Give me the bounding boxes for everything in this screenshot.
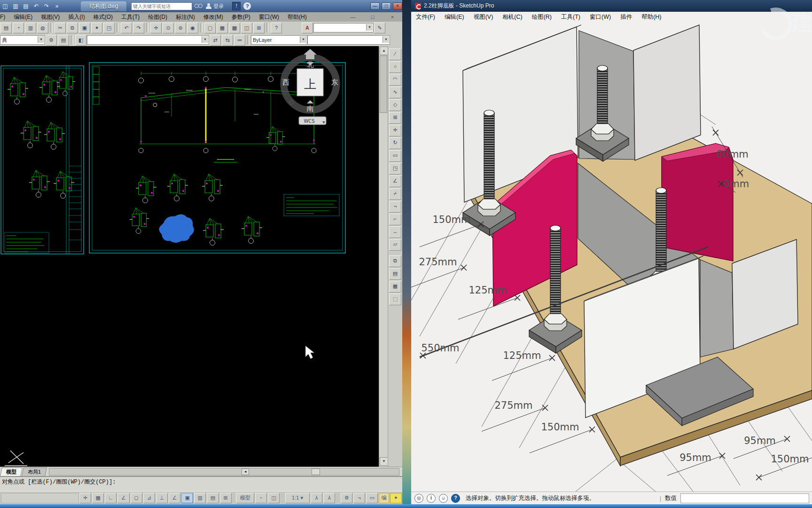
tb-zoom-previous-icon[interactable]: ◉ (187, 23, 198, 33)
lock-ui-icon[interactable]: ¬ (353, 493, 365, 503)
ducs-toggle[interactable]: ⊥ (156, 493, 168, 503)
help-icon[interactable]: ? (243, 2, 251, 10)
compass-south[interactable]: 南 (307, 104, 314, 113)
menu-view[interactable]: 视图(V) (37, 13, 64, 21)
su-menu-plugins[interactable]: 插件 (616, 13, 637, 21)
tb-blockeditor-icon[interactable]: ◳ (103, 23, 115, 33)
rt-chamfer-icon[interactable]: ¬ (389, 201, 401, 213)
tb-publish-icon[interactable]: ▥ (25, 23, 36, 33)
geolocation-icon[interactable]: ◎ (414, 494, 423, 503)
qat-overflow-icon[interactable]: » (52, 2, 62, 10)
workspace-dropdown[interactable]: 典▾ (0, 35, 45, 45)
window-minimize-button[interactable]: — (370, 2, 380, 10)
window-close-button[interactable]: × (393, 2, 402, 10)
tb-paste-icon[interactable]: ▣ (79, 23, 90, 33)
tb-annotation-icon[interactable]: A (302, 23, 313, 33)
quickview-layouts-icon[interactable]: ▫ (255, 493, 267, 503)
tb-layer-isolate-icon[interactable]: ≔ (234, 35, 245, 46)
su-menu-draw[interactable]: 绘图(R) (527, 13, 556, 21)
compass-east[interactable]: 东 (331, 78, 338, 87)
doc-minimize-button[interactable]: — (344, 12, 362, 22)
su-menu-help[interactable]: 帮助(H) (637, 13, 666, 21)
annotation-style-dropdown[interactable]: ▾ (313, 23, 374, 32)
rt-fillet-icon[interactable]: ⌐ (389, 214, 401, 225)
quickview-drawings-icon[interactable]: ◫ (268, 493, 280, 503)
scroll-up-icon[interactable]: ▲ (380, 47, 388, 55)
tb-layer-properties-icon[interactable]: ◧ (75, 35, 86, 46)
credits-info-icon[interactable]: i (427, 494, 436, 503)
canvas-vscrollbar[interactable]: ▲ ▼ (379, 46, 388, 467)
sketchup-titlebar[interactable]: 2.2柱脚底板 - SketchUp Pro (411, 0, 812, 12)
su-menu-window[interactable]: 窗口(W) (585, 13, 616, 21)
autoscale-icon[interactable]: ⅄ (323, 493, 335, 503)
vscroll-thumb[interactable] (380, 56, 387, 113)
qat-save-icon[interactable]: ▥ (11, 2, 20, 10)
statusbar-gear-icon[interactable]: ⚙ (341, 493, 352, 503)
tb-calculator-icon[interactable]: ⊞ (253, 23, 265, 33)
exchange-badge-icon[interactable]: ! (232, 2, 241, 10)
signin-link[interactable]: 登录 (213, 3, 224, 10)
qat-new-icon[interactable]: ◫ (0, 2, 10, 10)
tb-properties-icon[interactable]: ▢ (204, 23, 216, 33)
autocad-titlebar[interactable]: ◫ ▥ ▤ ↶ ↷ » 结构图.dwg 登录 ! ? — □ × (0, 0, 402, 12)
qat-undo-icon[interactable]: ↶ (31, 2, 41, 10)
su-menu-view[interactable]: 视图(V) (469, 13, 498, 21)
tb-markup-icon[interactable]: ✎ (374, 23, 385, 33)
rt-join-icon[interactable]: ↔ (389, 226, 401, 238)
rt-stretch-icon[interactable]: ▭ (389, 150, 401, 162)
tpy-toggle[interactable]: ▥ (194, 493, 206, 503)
color-control-dropdown[interactable]: ByLayer▾ (251, 35, 307, 45)
tb-workspace-gear-icon[interactable]: ⚙ (46, 35, 57, 46)
rt-scale-icon[interactable]: ↻ (389, 137, 401, 149)
highlighted-tool-icon[interactable]: ✦ (390, 493, 402, 503)
tab-layout1[interactable]: 布局1 (22, 468, 47, 476)
menu-dimension[interactable]: 标注(N) (172, 13, 199, 21)
tb-redo-icon[interactable]: ↷ (133, 23, 144, 33)
rt-move-icon[interactable]: ⊞ (389, 112, 401, 124)
rt-copy2-icon[interactable]: ⧉ (389, 255, 401, 267)
doc-restore-button[interactable]: □ (363, 12, 382, 22)
su-menu-file[interactable]: 文件(F) (411, 13, 440, 21)
model-space-button[interactable]: 模型 (236, 493, 254, 503)
qp-toggle[interactable]: ▤ (207, 493, 219, 503)
tb-cut-icon[interactable]: ✂ (55, 23, 66, 33)
help-circle-icon[interactable]: ? (451, 494, 460, 503)
tb-print-icon[interactable]: ▤ (0, 23, 12, 33)
qat-plot-icon[interactable]: ▤ (21, 2, 31, 10)
tb-pan-icon[interactable]: ✛ (150, 23, 162, 33)
menu-draw[interactable]: 绘图(D) (144, 13, 172, 21)
tb-layer-prev-icon[interactable]: ⇄ (210, 35, 221, 46)
su-menu-camera[interactable]: 相机(C) (498, 13, 527, 21)
rt-paste2-icon[interactable]: ▤ (389, 268, 401, 280)
linetype-control-dropdown[interactable]: ▾ (307, 35, 390, 45)
osnap-toggle[interactable]: ◻ (131, 493, 142, 503)
rt-array-icon[interactable]: ◇ (389, 99, 401, 111)
menu-help[interactable]: 帮助(H) (283, 13, 311, 21)
menu-edit[interactable]: 编辑(E) (9, 13, 37, 21)
tb-matchprops-icon[interactable]: ✦ (91, 23, 102, 33)
ortho-toggle[interactable]: ∟ (105, 493, 117, 503)
tb-copy-icon[interactable]: ⧉ (67, 23, 78, 33)
menu-format[interactable]: 格式(O) (89, 13, 117, 21)
rt-text-icon[interactable]: ▦ (389, 281, 401, 293)
rt-copy-icon[interactable]: ○ (389, 61, 401, 73)
rt-erase-icon[interactable]: ∕ (389, 48, 401, 60)
command-line[interactable]: 对角点或 [栏选(F)/圈围(WP)/圈交(CP)]: (0, 476, 402, 491)
document-title[interactable]: 结构图.dwg (81, 1, 126, 11)
tb-preview-icon[interactable]: ◔ (13, 23, 24, 33)
sc-toggle[interactable]: ⊞ (220, 493, 232, 503)
grid-toggle[interactable]: ▦ (92, 493, 104, 503)
qat-redo-icon[interactable]: ↷ (42, 2, 51, 10)
ime-badge[interactable]: 编 (379, 493, 389, 503)
rt-trim-icon[interactable]: ◳ (389, 163, 401, 175)
menu-parametric[interactable]: 参数(P) (227, 13, 255, 21)
polar-toggle[interactable]: ∠ (117, 493, 129, 503)
scroll-down-icon[interactable]: ▼ (380, 457, 388, 466)
menu-modify[interactable]: 修改(M) (199, 13, 227, 21)
menu-window[interactable]: 窗口(W) (255, 13, 283, 21)
snap-toggle[interactable]: ✛ (79, 493, 91, 503)
otrack-toggle[interactable]: ⊿ (143, 493, 155, 503)
layer-dropdown[interactable]: ▾ (87, 35, 209, 45)
lwt-toggle[interactable]: ▣ (181, 493, 193, 503)
autocad-model-space[interactable]: 上 北 南 西 东 WCS (0, 46, 379, 467)
